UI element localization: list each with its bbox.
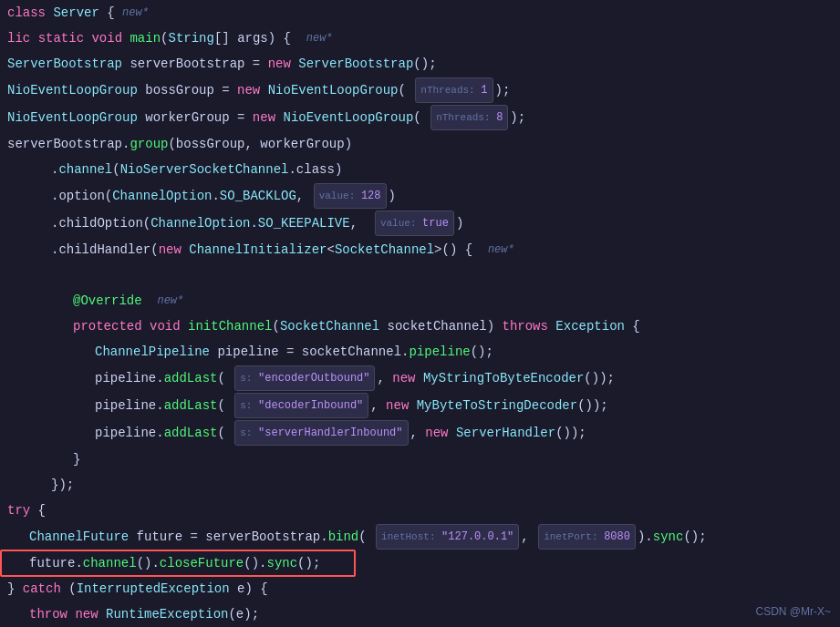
code-token: { — [99, 1, 122, 25]
code-token: .option( — [51, 184, 112, 208]
code-token: ( — [358, 525, 374, 549]
code-token: addLast — [164, 394, 218, 417]
code-token: pipeline — [409, 340, 470, 364]
code-token: (). — [244, 551, 266, 575]
code-token: ChannelPipeline — [95, 340, 210, 364]
code-token: throw — [29, 602, 67, 626]
code-token — [291, 52, 298, 76]
code-token: new* — [306, 26, 333, 50]
code-token: ( — [161, 26, 168, 50]
code-token: SO_KEEPALIVE — [258, 211, 350, 235]
code-token: ); — [510, 106, 525, 129]
code-token: ()); — [577, 394, 608, 417]
code-token: new — [392, 366, 415, 390]
code-token: pipeline. — [95, 394, 164, 417]
code-token: . — [250, 211, 257, 235]
code-line: @Override new* — [0, 288, 840, 314]
code-token: args — [237, 26, 268, 50]
parameter-hint: s: "encoderOutbound" — [234, 365, 375, 391]
parameter-hint: value: true — [375, 211, 454, 236]
code-token: class — [7, 1, 46, 25]
code-token: pipeline. — [95, 366, 164, 390]
code-token: future. — [29, 551, 83, 575]
code-token: .childOption( — [51, 211, 150, 235]
code-token: serverBootstrap. — [7, 132, 130, 156]
watermark: CSDN @Mr-X~ — [755, 605, 831, 618]
code-token: , — [377, 366, 392, 390]
code-token: }); — [51, 473, 74, 497]
code-token: new — [253, 106, 275, 129]
code-token: group — [130, 132, 168, 156]
code-token: ( — [217, 421, 233, 445]
code-line: NioEventLoopGroup bossGroup = new NioEve… — [0, 77, 840, 104]
code-line: ServerBootstrap serverBootstrap = new Se… — [0, 51, 840, 77]
code-token — [30, 26, 37, 50]
code-token: ( — [272, 314, 279, 338]
code-token: bind — [328, 525, 359, 549]
code-token: protected — [73, 314, 142, 338]
code-token: try — [7, 499, 30, 522]
code-token: throws — [503, 314, 548, 338]
code-content: class Server { new*lic static void main(… — [0, 0, 840, 627]
code-token — [67, 602, 75, 626]
code-token: main — [130, 26, 161, 50]
code-token: void — [150, 314, 181, 338]
code-token: String — [168, 26, 213, 50]
code-token: . — [212, 184, 219, 208]
code-token: MyByteToStringDecoder — [417, 394, 577, 417]
code-line: try { — [0, 498, 840, 523]
parameter-hint: inetHost: "127.0.0.1" — [376, 524, 519, 550]
code-line: lic static void main(String[] args) { ne… — [0, 26, 840, 51]
code-token: ( — [413, 106, 429, 129]
code-token: . — [51, 158, 58, 181]
code-token: pipeline = socketChannel. — [210, 340, 409, 364]
code-token: RuntimeException — [106, 602, 228, 626]
code-token: ServerHandler — [456, 421, 555, 445]
code-token: addLast — [164, 421, 218, 445]
code-token: new* — [488, 238, 514, 262]
code-token: future = serverBootstrap. — [129, 525, 327, 549]
code-token: < — [327, 238, 334, 262]
code-token: channel — [58, 158, 112, 181]
code-token: SocketChannel — [280, 314, 379, 338]
code-token: Exception — [555, 314, 625, 338]
parameter-hint: nThreads: 8 — [430, 105, 508, 130]
code-token: ()); — [555, 421, 586, 445]
code-token: new — [425, 421, 448, 445]
code-token: catch — [23, 577, 61, 601]
code-token — [122, 26, 130, 50]
code-token: ServerBootstrap — [7, 52, 122, 76]
code-line: .channel(NioServerSocketChannel.class) — [0, 157, 840, 182]
code-token: .childHandler( — [51, 238, 159, 262]
code-token: ( — [61, 577, 77, 601]
code-token: ) — [389, 184, 396, 208]
code-token — [409, 394, 416, 417]
code-token: sync — [653, 525, 684, 549]
code-token — [449, 421, 456, 445]
code-line: pipeline.addLast( s: "decoderInbound", n… — [0, 392, 840, 419]
code-token: >() { — [434, 238, 488, 262]
code-line: }); — [0, 472, 840, 498]
code-line — [0, 262, 840, 288]
code-token: bossGroup = — [138, 78, 237, 102]
code-token: NioEventLoopGroup — [7, 78, 138, 102]
code-token: (); — [683, 525, 706, 549]
code-token: e) { — [230, 577, 268, 601]
code-token — [142, 314, 150, 338]
code-line: throw new RuntimeException(e); — [0, 601, 840, 627]
code-token: [] — [214, 26, 237, 50]
code-token: ); — [495, 78, 511, 102]
code-token: serverBootstrap = — [122, 52, 268, 76]
code-token: ChannelOption — [112, 184, 212, 208]
code-token: new* — [157, 289, 183, 313]
code-token — [99, 602, 106, 626]
code-token: new — [386, 394, 409, 417]
code-token: { — [30, 499, 46, 522]
code-token — [84, 26, 91, 50]
code-token: , — [296, 184, 312, 208]
code-line: .childOption(ChannelOption.SO_KEEPALIVE,… — [0, 210, 840, 237]
code-token: (); — [297, 551, 320, 575]
code-line: ChannelFuture future = serverBootstrap.b… — [0, 523, 840, 550]
parameter-hint: value: 128 — [314, 183, 387, 209]
code-token: (). — [137, 551, 160, 575]
